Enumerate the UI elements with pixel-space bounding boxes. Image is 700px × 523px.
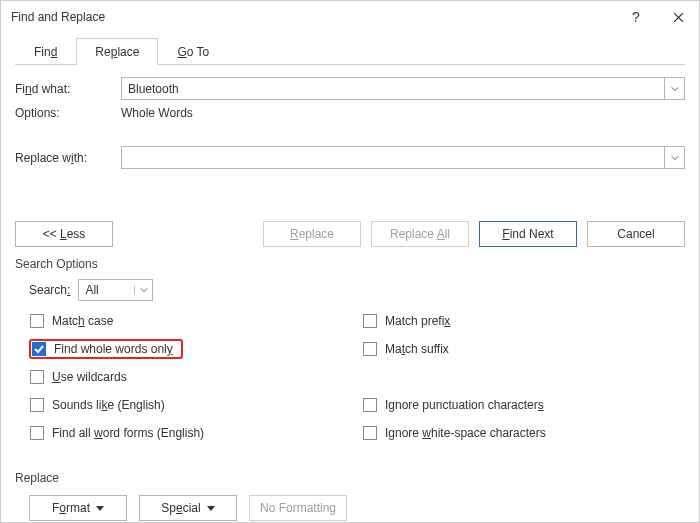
tab-label: Replace [95,45,139,59]
checkbox-label: Use wildcards [52,370,127,384]
replace-section-label: Replace [15,471,685,485]
replace-with-dropdown[interactable] [664,147,684,168]
main-button-row: << Less Replace Replace All Find Next Ca… [15,221,685,247]
button-label: Find Next [502,227,553,241]
button-label: Special [161,501,200,515]
checkbox-label: Ignore white-space characters [385,426,546,440]
match-prefix-checkbox[interactable]: Match prefix [362,311,675,331]
options-value: Whole Words [121,106,193,120]
cancel-button[interactable]: Cancel [587,221,685,247]
tab-label: Go To [177,45,209,59]
checkbox-box [32,342,46,356]
search-direction-label: Search: [29,283,70,297]
button-label: Replace All [390,227,450,241]
button-label: Replace [290,227,334,241]
find-what-label: Find what: [15,82,121,96]
button-label: Cancel [617,227,654,241]
button-label: Format [52,501,90,515]
options-col-left: Match case Find whole words only Use wil… [29,311,352,443]
checkbox-label: Find all word forms (English) [52,426,204,440]
replace-button[interactable]: Replace [263,221,361,247]
tab-label: Find [34,45,57,59]
replace-button-row: Format Special No Formatting [29,495,685,521]
help-button[interactable]: ? [615,1,657,33]
dialog-title: Find and Replace [11,10,615,24]
sounds-like-checkbox[interactable]: Sounds like (English) [29,395,342,415]
word-forms-checkbox[interactable]: Find all word forms (English) [29,423,342,443]
chevron-down-icon [140,286,148,294]
find-what-combo[interactable]: Bluetooth [121,77,685,100]
replace-with-value[interactable] [122,147,664,168]
spacer [362,367,675,387]
checkbox-label: Match case [52,314,113,328]
find-next-button[interactable]: Find Next [479,221,577,247]
search-options-label: Search Options [15,257,685,271]
search-direction-select[interactable]: All [78,279,153,301]
chevron-down-icon [671,154,679,162]
find-what-dropdown[interactable] [664,78,684,99]
dropdown-icon [96,506,104,511]
match-suffix-checkbox[interactable]: Match suffix [362,339,675,359]
search-direction-row: Search: All [29,279,685,301]
tab-goto[interactable]: Go To [158,38,228,65]
options-col-right: Match prefix Match suffix Ignore punctua… [352,311,685,443]
search-direction-value: All [79,283,134,297]
checkbox-box [363,342,377,356]
match-case-checkbox[interactable]: Match case [29,311,342,331]
options-label: Options: [15,106,121,120]
ignore-punctuation-checkbox[interactable]: Ignore punctuation characters [362,395,675,415]
ignore-whitespace-checkbox[interactable]: Ignore white-space characters [362,423,675,443]
replace-all-button[interactable]: Replace All [371,221,469,247]
checkbox-label: Match prefix [385,314,450,328]
options-row: Options: Whole Words [15,106,685,120]
titlebar: Find and Replace ? [1,1,699,33]
checkbox-box [30,370,44,384]
checkbox-box [30,398,44,412]
checkbox-box [363,314,377,328]
no-formatting-button[interactable]: No Formatting [249,495,347,521]
replace-with-combo[interactable] [121,146,685,169]
checkbox-box [363,398,377,412]
tab-replace[interactable]: Replace [76,38,158,65]
close-icon [673,12,684,23]
checkbox-label: Ignore punctuation characters [385,398,544,412]
dropdown-icon [207,506,215,511]
tab-find[interactable]: Find [15,38,76,65]
search-direction-dropdown[interactable] [134,286,152,294]
checkbox-label: Sounds like (English) [52,398,165,412]
button-label: << Less [43,227,86,241]
checkbox-box [30,314,44,328]
less-button[interactable]: << Less [15,221,113,247]
replace-with-label: Replace with: [15,151,121,165]
button-label: No Formatting [260,501,336,515]
chevron-down-icon [671,85,679,93]
whole-words-checkbox[interactable]: Find whole words only [29,339,183,359]
replace-with-row: Replace with: [15,146,685,169]
wildcards-checkbox[interactable]: Use wildcards [29,367,342,387]
options-columns: Match case Find whole words only Use wil… [29,311,685,443]
tabs: Find Replace Go To [15,37,685,65]
find-what-row: Find what: Bluetooth [15,77,685,100]
find-what-value[interactable]: Bluetooth [122,78,664,99]
format-button[interactable]: Format [29,495,127,521]
special-button[interactable]: Special [139,495,237,521]
replace-section: Replace Format Special No Formatting [15,471,685,521]
checkbox-label: Match suffix [385,342,449,356]
checkbox-box [30,426,44,440]
close-button[interactable] [657,1,699,33]
checkbox-label: Find whole words only [54,342,173,356]
checkbox-box [363,426,377,440]
